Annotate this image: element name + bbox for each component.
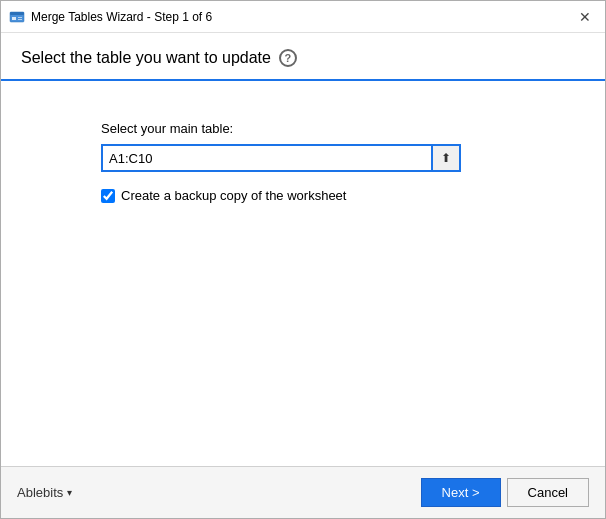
brand-name: Ablebits (17, 485, 63, 500)
svg-rect-3 (18, 17, 22, 18)
header-section: Select the table you want to update ? (1, 33, 605, 81)
content-area: Select your main table: ⬆ Create a backu… (1, 81, 605, 466)
backup-checkbox-row: Create a backup copy of the worksheet (101, 188, 585, 203)
next-button[interactable]: Next > (421, 478, 501, 507)
cancel-button[interactable]: Cancel (507, 478, 589, 507)
main-table-label: Select your main table: (101, 121, 585, 136)
table-input-row: ⬆ (101, 144, 461, 172)
expand-icon: ⬆ (441, 151, 451, 165)
help-icon[interactable]: ? (279, 49, 297, 67)
expand-range-button[interactable]: ⬆ (431, 144, 461, 172)
close-button[interactable]: ✕ (573, 5, 597, 29)
backup-checkbox[interactable] (101, 189, 115, 203)
brand-dropdown-icon: ▾ (67, 487, 72, 498)
wizard-window: Merge Tables Wizard - Step 1 of 6 ✕ Sele… (0, 0, 606, 519)
window-title: Merge Tables Wizard - Step 1 of 6 (31, 10, 573, 24)
table-range-input[interactable] (101, 144, 431, 172)
backup-label: Create a backup copy of the worksheet (121, 188, 346, 203)
form-group: Select your main table: ⬆ Create a backu… (101, 121, 585, 203)
svg-rect-4 (18, 19, 22, 20)
ablebits-brand[interactable]: Ablebits ▾ (17, 485, 72, 500)
title-bar: Merge Tables Wizard - Step 1 of 6 ✕ (1, 1, 605, 33)
header-title-row: Select the table you want to update ? (21, 49, 585, 67)
footer: Ablebits ▾ Next > Cancel (1, 466, 605, 518)
footer-buttons: Next > Cancel (421, 478, 589, 507)
page-title: Select the table you want to update (21, 49, 271, 67)
svg-rect-2 (12, 17, 16, 20)
svg-rect-1 (10, 12, 24, 15)
window-icon (9, 9, 25, 25)
